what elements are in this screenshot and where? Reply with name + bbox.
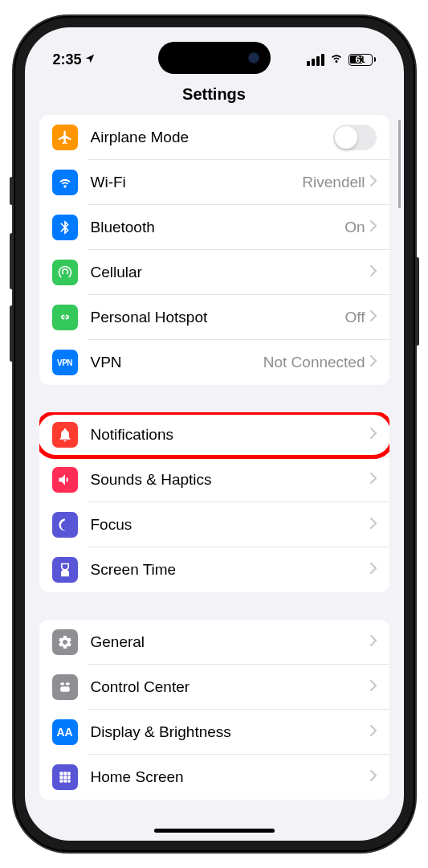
notifications-icon bbox=[52, 422, 78, 448]
svg-rect-6 bbox=[59, 776, 63, 779]
svg-rect-9 bbox=[59, 780, 63, 782]
row-label: Wi-Fi bbox=[91, 174, 303, 191]
chevron-right-icon bbox=[370, 355, 377, 370]
settings-list[interactable]: Airplane Mode Wi-Fi Rivendell Bluetooth bbox=[25, 115, 404, 832]
row-screen-time[interactable]: Screen Time bbox=[39, 547, 389, 592]
row-label: Focus bbox=[91, 516, 370, 534]
cellular-signal-icon bbox=[307, 54, 324, 66]
row-value: Not Connected bbox=[263, 354, 365, 371]
chevron-right-icon bbox=[370, 680, 377, 694]
row-label: Sounds & Haptics bbox=[91, 471, 370, 489]
cellular-icon bbox=[52, 260, 78, 285]
status-time: 2:35 bbox=[53, 51, 82, 68]
controlcenter-icon bbox=[52, 674, 78, 700]
chevron-right-icon bbox=[370, 518, 377, 532]
screentime-icon bbox=[52, 557, 78, 583]
row-notifications[interactable]: Notifications bbox=[39, 412, 389, 457]
row-wifi[interactable]: Wi-Fi Rivendell bbox=[39, 160, 389, 205]
row-bluetooth[interactable]: Bluetooth On bbox=[39, 205, 389, 250]
vpn-icon: VPN bbox=[52, 350, 78, 375]
svg-rect-8 bbox=[67, 776, 70, 779]
chevron-right-icon bbox=[370, 310, 377, 325]
sounds-icon bbox=[52, 467, 78, 493]
dynamic-island bbox=[158, 42, 271, 74]
mute-switch[interactable] bbox=[10, 177, 14, 205]
screen: 2:35 61 bbox=[25, 27, 404, 841]
svg-rect-3 bbox=[59, 772, 63, 775]
chevron-right-icon bbox=[370, 473, 377, 487]
svg-rect-1 bbox=[65, 682, 69, 685]
wifi-icon bbox=[52, 170, 78, 195]
location-icon bbox=[84, 51, 96, 68]
svg-rect-7 bbox=[63, 776, 67, 779]
row-focus[interactable]: Focus bbox=[39, 502, 389, 547]
chevron-right-icon bbox=[370, 635, 377, 649]
row-value: Off bbox=[345, 309, 365, 326]
row-label: Control Center bbox=[91, 678, 370, 696]
home-indicator[interactable] bbox=[154, 829, 275, 833]
power-button[interactable] bbox=[415, 257, 419, 346]
volume-up-button[interactable] bbox=[10, 233, 14, 289]
settings-group-general: General Control Center AA Display & Brig… bbox=[39, 620, 389, 800]
chevron-right-icon bbox=[370, 725, 377, 739]
settings-group-notifications: Notifications Sounds & Haptics Focus bbox=[39, 412, 389, 592]
focus-icon bbox=[52, 512, 78, 538]
row-vpn[interactable]: VPN VPN Not Connected bbox=[39, 340, 389, 385]
row-label: Cellular bbox=[91, 264, 370, 281]
row-sounds-haptics[interactable]: Sounds & Haptics bbox=[39, 457, 389, 502]
homescreen-icon bbox=[52, 764, 78, 790]
chevron-right-icon bbox=[370, 175, 377, 190]
chevron-right-icon bbox=[370, 563, 377, 577]
airplane-toggle[interactable] bbox=[333, 125, 377, 150]
row-airplane-mode[interactable]: Airplane Mode bbox=[39, 115, 389, 160]
front-camera bbox=[248, 52, 259, 63]
chevron-right-icon bbox=[370, 265, 377, 280]
row-label: Airplane Mode bbox=[91, 129, 333, 146]
svg-rect-11 bbox=[67, 780, 70, 782]
row-personal-hotspot[interactable]: Personal Hotspot Off bbox=[39, 295, 389, 340]
airplane-icon bbox=[52, 125, 78, 150]
chevron-right-icon bbox=[370, 770, 377, 784]
chevron-right-icon bbox=[370, 220, 377, 235]
chevron-right-icon bbox=[370, 428, 377, 442]
row-label: Notifications bbox=[91, 426, 370, 444]
row-value: Rivendell bbox=[302, 174, 365, 191]
scroll-indicator bbox=[398, 120, 401, 208]
settings-group-connectivity: Airplane Mode Wi-Fi Rivendell Bluetooth bbox=[39, 115, 389, 385]
row-general[interactable]: General bbox=[39, 620, 389, 665]
row-label: Home Screen bbox=[91, 768, 370, 786]
svg-rect-5 bbox=[67, 772, 70, 775]
svg-rect-0 bbox=[60, 682, 64, 685]
row-label: Display & Brightness bbox=[91, 723, 370, 741]
volume-down-button[interactable] bbox=[10, 305, 14, 362]
hotspot-icon bbox=[52, 305, 78, 330]
row-label: Screen Time bbox=[91, 561, 370, 579]
row-label: Personal Hotspot bbox=[91, 309, 345, 326]
battery-indicator: 61 bbox=[349, 54, 376, 66]
svg-rect-10 bbox=[63, 780, 67, 782]
row-label: VPN bbox=[91, 354, 263, 371]
row-display-brightness[interactable]: AA Display & Brightness bbox=[39, 710, 389, 755]
general-icon bbox=[52, 629, 78, 655]
svg-rect-2 bbox=[60, 686, 70, 692]
row-control-center[interactable]: Control Center bbox=[39, 665, 389, 710]
device-frame: 2:35 61 bbox=[14, 16, 415, 852]
row-label: Bluetooth bbox=[91, 219, 345, 236]
row-home-screen[interactable]: Home Screen bbox=[39, 755, 389, 800]
row-label: General bbox=[91, 633, 370, 651]
display-icon: AA bbox=[52, 719, 78, 745]
row-cellular[interactable]: Cellular bbox=[39, 250, 389, 295]
page-title: Settings bbox=[25, 76, 404, 115]
wifi-status-icon bbox=[329, 51, 344, 69]
bluetooth-icon bbox=[52, 215, 78, 240]
svg-rect-4 bbox=[63, 772, 67, 775]
row-value: On bbox=[344, 219, 365, 236]
